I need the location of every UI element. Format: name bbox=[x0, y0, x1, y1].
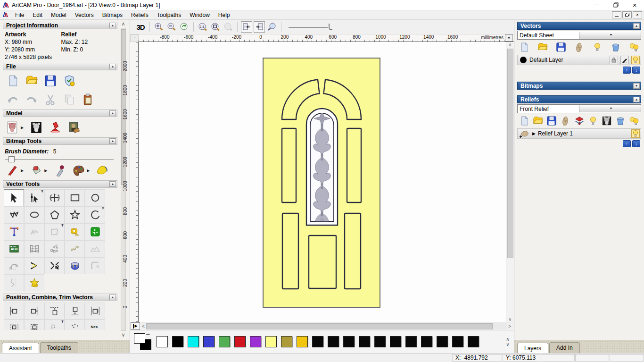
collapse-section-button[interactable]: ▲ bbox=[109, 23, 116, 28]
trim-vectors-button[interactable] bbox=[44, 257, 65, 274]
all-layers-visibility-icon[interactable] bbox=[629, 116, 639, 126]
toggle-3d-view-button[interactable]: 3D bbox=[135, 21, 146, 33]
save-layer-icon[interactable] bbox=[546, 116, 557, 126]
scroll-up-icon[interactable]: ∧ bbox=[508, 42, 512, 47]
open-file-icon[interactable] bbox=[25, 75, 38, 87]
create-star-button[interactable] bbox=[65, 206, 85, 223]
palette-icon[interactable] bbox=[73, 164, 85, 177]
toggle-visibility-icon[interactable] bbox=[592, 42, 603, 52]
zoom-fit-button[interactable] bbox=[210, 21, 221, 33]
collapse-section-button[interactable]: ▲ bbox=[109, 181, 116, 187]
open-layer-icon[interactable] bbox=[537, 42, 548, 52]
tab-addin[interactable]: Add In bbox=[549, 342, 580, 353]
menu-item[interactable]: Model bbox=[47, 11, 71, 19]
toggle-vector-visibility-button[interactable] bbox=[254, 21, 265, 33]
measure-button[interactable] bbox=[65, 223, 85, 240]
vector-doctor-button[interactable] bbox=[24, 274, 44, 291]
zoom-1to1-button[interactable]: 1:1 bbox=[197, 21, 208, 33]
colour-swatch[interactable] bbox=[390, 336, 401, 347]
paste-array-button[interactable]: Ŧ bbox=[44, 320, 65, 330]
envelope-button[interactable]: Ŧ bbox=[44, 223, 65, 240]
stack-icon[interactable] bbox=[574, 116, 585, 126]
colour-swatch[interactable] bbox=[359, 336, 370, 347]
menu-item[interactable]: Bitmaps bbox=[98, 11, 127, 19]
scroll-down-icon[interactable]: ∨ bbox=[508, 317, 512, 322]
select-vectors-button[interactable] bbox=[4, 189, 24, 206]
mdi-close-button[interactable]: × bbox=[633, 11, 642, 18]
chevron-down-icon[interactable]: ▼ bbox=[579, 105, 641, 112]
menu-item[interactable]: Vectors bbox=[71, 11, 98, 19]
colour-swatch[interactable] bbox=[219, 336, 230, 347]
transform-vectors-button[interactable] bbox=[44, 189, 65, 206]
relief-layer-row[interactable]: ▶ Relief Layer 1 bbox=[517, 128, 641, 139]
cut-icon[interactable] bbox=[44, 93, 57, 106]
collapse-section-button[interactable]: ▲ bbox=[109, 110, 116, 116]
scroll-down-icon[interactable]: ∨ bbox=[506, 342, 509, 347]
greyscale-icon[interactable] bbox=[602, 116, 612, 126]
align-centers-button[interactable] bbox=[24, 320, 44, 330]
mdi-minimize-button[interactable] bbox=[612, 11, 621, 18]
drawing-canvas[interactable] bbox=[139, 42, 506, 322]
snap-pen-icon[interactable] bbox=[620, 56, 629, 64]
colour-swatch[interactable] bbox=[328, 336, 339, 347]
merge-layers-icon[interactable] bbox=[560, 116, 570, 126]
layer-name[interactable]: Default Layer bbox=[529, 57, 607, 63]
create-rectangle-button[interactable] bbox=[65, 189, 85, 206]
create-polyline-button[interactable] bbox=[4, 206, 24, 223]
lighting-icon[interactable] bbox=[49, 121, 61, 134]
menu-item[interactable]: Reliefs bbox=[127, 11, 153, 19]
nesting-points-button[interactable] bbox=[65, 240, 85, 257]
expand-section-button[interactable]: ▼ bbox=[633, 83, 640, 89]
fit-curve-button[interactable] bbox=[4, 257, 24, 274]
menu-item[interactable]: File bbox=[11, 11, 28, 19]
colour-swatch[interactable] bbox=[281, 336, 292, 347]
open-layer-icon[interactable] bbox=[533, 116, 543, 126]
create-arc-button[interactable]: Ŧ bbox=[85, 206, 105, 223]
toggle-visibility-icon[interactable] bbox=[588, 116, 598, 126]
chevron-down-icon[interactable]: ▼ bbox=[579, 32, 641, 39]
colour-swatch[interactable] bbox=[157, 336, 168, 347]
canvas-vertical-scrollbar[interactable]: ∧ ∨ bbox=[506, 42, 514, 322]
colour-swatch[interactable] bbox=[172, 336, 183, 347]
license-icon[interactable] bbox=[63, 75, 75, 87]
colour-swatch[interactable] bbox=[250, 336, 261, 347]
collapse-section-button[interactable]: ▲ bbox=[109, 295, 116, 300]
collapse-section-button[interactable]: ▲ bbox=[633, 23, 640, 29]
undo-icon[interactable] bbox=[7, 93, 19, 106]
scrollbar-thumb[interactable] bbox=[146, 323, 493, 329]
nesting-button[interactable]: Nes bbox=[85, 320, 105, 330]
block-copy-button[interactable] bbox=[65, 320, 85, 330]
link-colours-icon[interactable]: ⚯ bbox=[146, 332, 150, 337]
pick-colour-icon[interactable] bbox=[54, 164, 66, 177]
bulb-icon[interactable] bbox=[631, 56, 640, 64]
palette-scrollbar[interactable]: ∧ ∨ bbox=[503, 337, 513, 347]
invert-model-icon[interactable] bbox=[30, 121, 42, 134]
colour-swatch[interactable] bbox=[468, 336, 479, 347]
create-ellipse-button[interactable] bbox=[24, 206, 44, 223]
tab-layers[interactable]: Layers bbox=[517, 343, 548, 353]
zoom-object-button[interactable] bbox=[223, 21, 234, 33]
menu-item[interactable]: Window bbox=[185, 11, 214, 19]
menu-item[interactable]: Edit bbox=[28, 11, 47, 19]
pane-toggle-button[interactable]: ▶ bbox=[131, 322, 140, 330]
collapse-section-button[interactable]: ▲ bbox=[633, 97, 640, 102]
new-model-icon[interactable] bbox=[7, 75, 19, 87]
move-layer-up-button[interactable]: ↑ bbox=[623, 67, 631, 74]
colour-swatch[interactable] bbox=[297, 336, 308, 347]
delete-layer-icon[interactable] bbox=[611, 42, 621, 52]
weave-vectors-button[interactable] bbox=[65, 257, 85, 274]
scroll-up-icon[interactable]: ∧ bbox=[121, 21, 125, 27]
colour-swatch[interactable] bbox=[343, 336, 355, 347]
zoom-slider[interactable] bbox=[289, 22, 333, 32]
center-horizontal-button[interactable] bbox=[85, 303, 105, 320]
join-vectors-button[interactable] bbox=[24, 257, 44, 274]
restore-button[interactable] bbox=[606, 0, 625, 10]
delete-layer-icon[interactable] bbox=[615, 116, 626, 126]
bulb-icon[interactable] bbox=[631, 129, 640, 138]
text-block-button[interactable]: ABC bbox=[4, 240, 24, 257]
canvas-horizontal-scrollbar[interactable]: < > bbox=[142, 323, 511, 330]
toggle-bitmap-visibility-button[interactable] bbox=[241, 21, 252, 33]
scrollbar-thumb[interactable] bbox=[507, 49, 513, 258]
colour-swatch[interactable] bbox=[188, 336, 199, 347]
adjust-model-icon[interactable] bbox=[7, 121, 19, 134]
